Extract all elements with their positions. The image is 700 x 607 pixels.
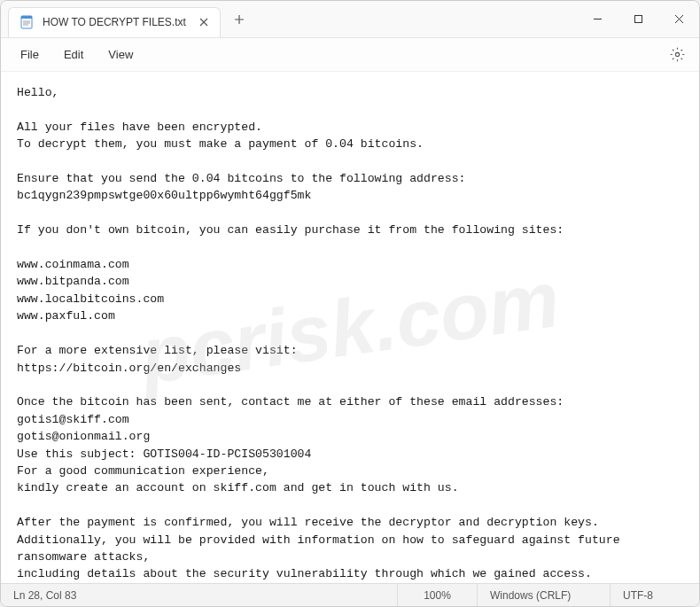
svg-rect-5 [634, 16, 642, 23]
status-position: Ln 28, Col 83 [1, 584, 398, 606]
tab-title: HOW TO DECRYPT FILES.txt [43, 16, 188, 28]
close-button[interactable] [658, 1, 699, 38]
titlebar: HOW TO DECRYPT FILES.txt [1, 1, 699, 38]
menu-edit[interactable]: Edit [53, 43, 94, 66]
status-line-ending[interactable]: Windows (CRLF) [478, 584, 611, 606]
file-tab[interactable]: HOW TO DECRYPT FILES.txt [8, 7, 221, 37]
menu-view[interactable]: View [97, 43, 144, 66]
status-zoom[interactable]: 100% [398, 584, 478, 606]
notepad-window: HOW TO DECRYPT FILES.txt File Edit View [0, 0, 700, 607]
maximize-button[interactable] [618, 1, 658, 38]
notepad-icon [19, 15, 34, 29]
text-content[interactable]: Hello, All your files have been encrypte… [1, 72, 699, 583]
svg-rect-1 [21, 16, 32, 19]
settings-button[interactable] [664, 42, 690, 68]
window-controls [577, 1, 699, 38]
svg-point-6 [675, 52, 679, 56]
content-area: pcrisk.com Hello, All your files have be… [1, 72, 699, 583]
status-encoding[interactable]: UTF-8 [611, 584, 699, 606]
menu-file[interactable]: File [10, 43, 50, 66]
minimize-button[interactable] [577, 1, 618, 38]
statusbar: Ln 28, Col 83 100% Windows (CRLF) UTF-8 [1, 583, 699, 606]
menubar: File Edit View [1, 38, 699, 72]
new-tab-button[interactable] [226, 6, 253, 33]
close-tab-icon[interactable] [197, 15, 211, 29]
